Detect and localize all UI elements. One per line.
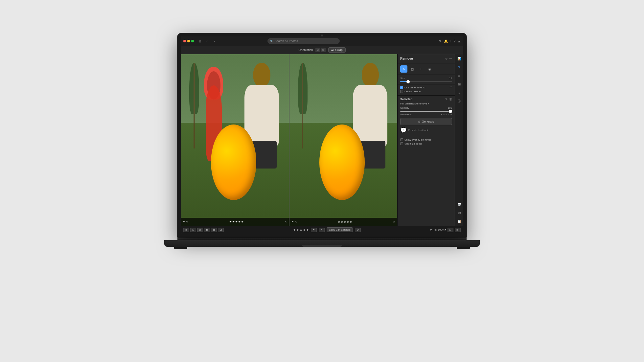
variations-nav: ‹ 1/3 › ⋯ [441, 113, 452, 116]
back-button[interactable]: ‹ [204, 38, 210, 44]
top-bar: ⊞ ‹ › 🔍 Search All Photos ⛛ 🔔 ↑ ? ☁ [181, 36, 463, 46]
search-icon: 🔍 [270, 40, 273, 43]
grid-view-button[interactable]: ⊞ [183, 228, 189, 232]
variations-more-icon[interactable]: ⋯ [449, 113, 452, 116]
swap-button[interactable]: ⇄ Swap [328, 47, 346, 53]
sidebar-tag-icon[interactable]: 🏷 [456, 210, 462, 216]
filmstrip-left: ⊞ ⊟ ⊠ ▣ ☰ ⊿ [183, 228, 224, 232]
delete-selected-icon[interactable]: 🗑 [449, 98, 452, 101]
filmstrip-stars[interactable]: ★ ★ ★ ★ ★ [293, 228, 309, 232]
eye-tool-button[interactable]: ◉ [426, 65, 433, 73]
right-panel-close[interactable]: ✕ [393, 220, 395, 223]
variations-prev-button[interactable]: ‹ [441, 113, 442, 116]
feedback-label[interactable]: Provide feedback [408, 129, 428, 132]
screen-bezel: ⊞ ‹ › 🔍 Search All Photos ⛛ 🔔 ↑ ? ☁ Orie… [177, 33, 467, 237]
star-3: ★ [235, 220, 238, 223]
opacity-slider[interactable] [400, 111, 452, 112]
sidebar-historgram-icon[interactable]: 📊 [456, 56, 462, 61]
crop-button[interactable]: ⊞ [455, 228, 461, 232]
minimize-button[interactable] [187, 40, 190, 42]
flag-icon-right[interactable]: ⚑ [291, 220, 294, 223]
filmstrip-right: ⇄ Fit 100% ▾ ⊟ ⊞ [430, 228, 461, 232]
right-panel-icons: ⚑ ✎ [291, 220, 297, 223]
left-panel-close[interactable]: ✕ [285, 220, 287, 223]
help-icon[interactable]: ? [453, 39, 455, 43]
sidebar-lens-icon[interactable]: ◎ [456, 90, 462, 96]
visualize-spots-checkbox[interactable] [400, 142, 403, 145]
traffic-lights [183, 40, 194, 42]
generative-ai-row: Use generative AI ⓘ [400, 86, 452, 89]
split-vertical-button[interactable]: ⊟ [315, 48, 320, 52]
detect-objects-row: Detect objects [400, 90, 452, 93]
panel-options-icon[interactable]: ⋯ [449, 57, 452, 60]
generate-button[interactable]: ⊡ Generate [400, 118, 452, 125]
fill-value-dropdown[interactable]: Generative remove ▾ [405, 102, 429, 105]
selected-label: Selected [400, 98, 412, 101]
settings-panel: Remove ↺ ⋯ ✎ ◻ ↓ ◉ [397, 54, 455, 226]
variations-next-button[interactable]: › [448, 113, 448, 116]
yellow-ball-left [211, 124, 256, 200]
download-tool-button[interactable]: ↓ [417, 65, 425, 73]
screen-content: ⊞ ‹ › 🔍 Search All Photos ⛛ 🔔 ↑ ? ☁ Orie… [181, 36, 463, 234]
brush-tool-button[interactable]: ✎ [400, 65, 407, 73]
show-overlay-row: Show overlay on hover [400, 138, 452, 141]
filmstrip: ⊞ ⊟ ⊠ ▣ ☰ ⊿ ★ ★ ★ ★ ★ [181, 226, 463, 234]
size-slider[interactable] [400, 81, 452, 82]
tree-pole [194, 63, 195, 148]
bell-icon[interactable]: 🔔 [444, 39, 448, 43]
flag-button[interactable]: ⚑ [311, 228, 317, 232]
filter-icon[interactable]: ⛛ [439, 39, 442, 43]
size-value: 17 [449, 77, 452, 80]
sidebar-edit-icon[interactable]: ✎ [456, 64, 462, 70]
overlay-section: Show overlay on hover Visualize spots [398, 137, 455, 147]
reject-button[interactable]: ✕ [319, 228, 325, 232]
sidebar-comment-icon[interactable]: 💬 [456, 201, 462, 207]
show-overlay-checkbox[interactable] [400, 138, 403, 141]
sidebar-toggle-button[interactable]: ⊞ [197, 38, 202, 44]
compare-button[interactable]: ⊠ [197, 228, 203, 232]
laptop: ⊞ ‹ › 🔍 Search All Photos ⛛ 🔔 ↑ ? ☁ Orie… [161, 33, 483, 329]
survey-button[interactable]: ▣ [204, 228, 210, 232]
opacity-thumb[interactable] [449, 110, 452, 113]
sidebar-detail-icon[interactable]: ≡ [456, 73, 462, 79]
square-grid-button[interactable]: ⊟ [190, 228, 196, 232]
star-5: ★ [241, 220, 243, 223]
fit-label: Fit [434, 228, 437, 231]
list-button[interactable]: ☰ [211, 228, 217, 232]
split-horizontal-button[interactable]: ⊠ [321, 48, 326, 52]
close-button[interactable] [183, 40, 186, 42]
share-icon[interactable]: ↑ [450, 39, 451, 43]
panel-header: Remove ↺ ⋯ [398, 54, 455, 63]
edit-icon-right[interactable]: ✎ [295, 220, 297, 223]
star-r4: ★ [347, 220, 349, 223]
maximize-button[interactable] [191, 40, 194, 42]
f-star-1: ★ [293, 228, 296, 232]
edit-selected-icon[interactable]: ✎ [445, 98, 448, 101]
before-panel: ⚑ ✎ ★ ★ ★ ★ ★ ✕ [181, 54, 289, 226]
generative-ai-info-icon[interactable]: ⓘ [450, 86, 452, 89]
cloud-icon[interactable]: ☁ [457, 39, 461, 43]
generative-ai-checkbox[interactable] [400, 86, 403, 89]
eraser-tool-button[interactable]: ◻ [409, 65, 416, 73]
foot-left [174, 247, 187, 249]
star-1: ★ [229, 220, 232, 223]
detect-objects-checkbox[interactable] [400, 90, 403, 93]
right-star-rating[interactable]: ★ ★ ★ ★ ★ [338, 220, 352, 223]
sidebar-transform-icon[interactable]: ⊞ [456, 81, 462, 87]
settings-button[interactable]: ⚙ [355, 228, 361, 232]
star-2: ★ [232, 220, 235, 223]
zoom-dropdown[interactable]: 100% ▾ [438, 228, 446, 231]
sidebar-info-icon[interactable]: ⓘ [456, 98, 462, 104]
generative-ai-label: Use generative AI [404, 86, 425, 89]
size-slider-thumb[interactable] [406, 80, 410, 83]
left-star-rating[interactable]: ★ ★ ★ ★ ★ [229, 220, 243, 223]
flag-icon-left[interactable]: ⚑ [183, 220, 185, 223]
before-after-button[interactable]: ⊟ [448, 228, 453, 232]
edit-icon-left[interactable]: ✎ [186, 220, 188, 223]
forward-button[interactable]: › [212, 38, 217, 44]
history-icon[interactable]: ↺ [445, 57, 448, 60]
sort-button[interactable]: ⊿ [218, 228, 224, 232]
search-bar[interactable]: 🔍 Search All Photos [267, 38, 340, 44]
sidebar-metadata-icon[interactable]: 📋 [456, 218, 462, 224]
copy-edit-button[interactable]: Copy Edit Settings [327, 227, 353, 232]
